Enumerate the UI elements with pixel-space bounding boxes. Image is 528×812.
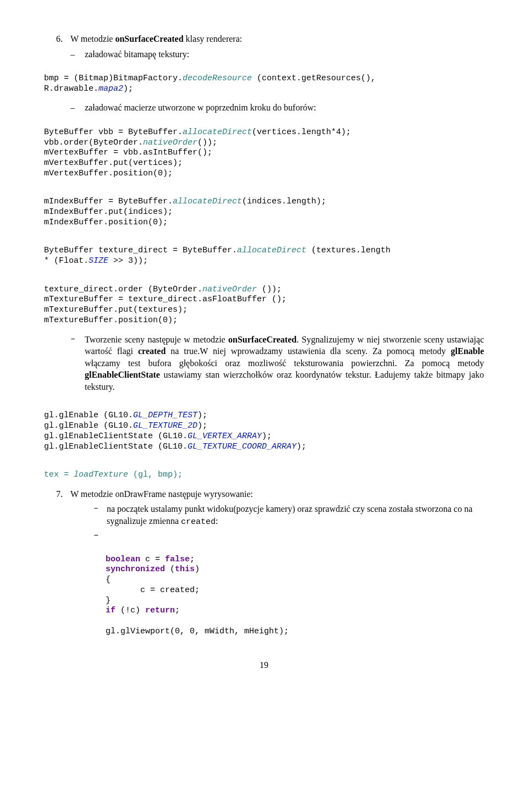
bullet-load-bitmap: – załadować bitamapę tekstury:: [70, 48, 484, 60]
bullet-text: załadować bitamapę tekstury:: [85, 48, 484, 60]
var-name: created: [181, 517, 216, 527]
code: vbb.order(ByteOrder.: [44, 138, 143, 147]
code: );: [296, 442, 306, 451]
code: ;: [175, 606, 180, 615]
code: (gl, bmp);: [128, 470, 183, 479]
code: tex =: [44, 470, 74, 479]
text: na true.W niej wprowadzamy ustawienia dl…: [166, 346, 450, 356]
code: mIndexBuffer.position(0);: [44, 218, 168, 227]
bullet-text: załadować macierze utworzone w poprzedni…: [85, 102, 484, 114]
text: włączamy test bufora głębokości oraz moz…: [85, 358, 484, 368]
code: (context.getResources(),: [252, 74, 381, 83]
list-text-7: W metodzie onDrawFrame następuje wyrysow…: [70, 488, 484, 500]
text: klasy renderera:: [184, 34, 243, 43]
code: (indices.length);: [242, 197, 326, 206]
code: );: [123, 84, 133, 93]
code: >> 3));: [108, 256, 148, 266]
code: gl.glEnable (GL10.: [44, 411, 133, 420]
kw: synchronized: [106, 565, 165, 574]
code: (!c): [116, 606, 145, 615]
code: gl.glViewport(0, 0, mWidth, mHeight);: [106, 627, 289, 636]
text: :: [216, 516, 218, 526]
code: {: [106, 575, 111, 584]
code-block-5: texture_direct.order (ByteOrder.nativeOr…: [44, 274, 484, 326]
dash-icon: –: [94, 503, 107, 528]
code-const: SIZE: [89, 256, 108, 266]
flag-name: created: [138, 346, 166, 356]
code: bmp = (Bitmap)BitmapFactory.: [44, 74, 183, 83]
code: mTextureBuffer.position(0);: [44, 316, 178, 325]
kw: return: [145, 606, 175, 615]
code: R.drawable.: [44, 84, 98, 93]
code: (vertices.length*4);: [252, 128, 351, 137]
code: gl.glEnableClientState (GL10.: [44, 432, 188, 441]
method-name: glEnable: [451, 346, 484, 356]
code: ;: [190, 555, 195, 564]
code-block-3: mIndexBuffer = ByteBuffer.allocateDirect…: [44, 187, 484, 228]
code-block-7: tex = loadTexture (gl, bmp);: [44, 460, 484, 480]
list-item-6: 6. W metodzie onSurfaceCreated klasy ren…: [56, 33, 484, 45]
code-const: GL_TEXTURE_2D: [133, 421, 197, 430]
code: );: [197, 411, 207, 420]
code-block-4: ByteBuffer texture_direct = ByteBuffer.a…: [44, 236, 484, 267]
code: );: [262, 432, 272, 441]
text: na początek ustalamy punkt widoku(pozycj…: [107, 504, 472, 526]
text: W metodzie: [70, 34, 115, 43]
code-method: allocateDirect: [173, 197, 242, 206]
code: mVertexBuffer.put(vertices);: [44, 158, 183, 168]
list-item-7: 7. W metodzie onDrawFrame następuje wyry…: [56, 488, 484, 500]
code: ): [195, 565, 200, 574]
code-method: nativeOrder: [143, 138, 197, 147]
code: (: [165, 565, 175, 574]
code: mIndexBuffer.put(indices);: [44, 207, 173, 217]
code-const: GL_TEXTURE_COORD_ARRAY: [188, 442, 296, 451]
method-name: onSurfaceCreated: [228, 335, 296, 344]
method-name: glEnableClientState: [85, 370, 160, 379]
kw: boolean: [106, 555, 140, 564]
paragraph: Tworzenie sceny następuje w metodzie onS…: [85, 334, 484, 393]
code-field: mapa2: [98, 84, 123, 93]
list-num-6: 6.: [56, 33, 70, 45]
code-method: allocateDirect: [183, 128, 252, 137]
code: mIndexBuffer = ByteBuffer.: [44, 197, 173, 206]
code-method: loadTexture: [74, 470, 128, 479]
code: c =: [140, 555, 165, 564]
method-name: onSurfaceCreated: [115, 34, 183, 43]
code: ByteBuffer vbb = ByteBuffer.: [44, 128, 183, 137]
code-method: nativeOrder: [202, 285, 257, 294]
code: c = created;: [106, 585, 200, 595]
dash-icon: –: [70, 48, 85, 60]
code: gl.glEnable (GL10.: [44, 421, 133, 430]
dash-icon: –: [70, 334, 85, 393]
code: * (Float.: [44, 256, 89, 266]
kw: if: [106, 606, 116, 615]
kw: this: [175, 565, 195, 574]
code-block-8: boolean c = false; synchronized (this) {…: [106, 544, 484, 637]
code: ());: [257, 285, 282, 294]
dash-icon: –: [94, 530, 107, 542]
list-num-7: 7.: [56, 488, 70, 500]
bullet-load-buffers: – załadować macierze utworzone w poprzed…: [70, 102, 484, 114]
code-block-2: ByteBuffer vbb = ByteBuffer.allocateDire…: [44, 117, 484, 179]
code-method: allocateDirect: [237, 246, 306, 255]
code-const: GL_VERTEX_ARRAY: [188, 432, 262, 441]
bullet-empty: –: [94, 530, 484, 542]
text: Tworzenie sceny następuje w metodzie: [85, 335, 228, 344]
dash-icon: –: [70, 102, 85, 114]
code: ByteBuffer texture_direct = ByteBuffer.: [44, 246, 237, 255]
code-const: GL_DEPTH_TEST: [133, 411, 197, 420]
bullet-scene-create: – Tworzenie sceny następuje w metodzie o…: [70, 334, 484, 393]
page-number: 19: [44, 659, 484, 671]
code: (textures.length: [306, 246, 395, 255]
code-block-1: bmp = (Bitmap)BitmapFactory.decodeResour…: [44, 63, 484, 94]
code: mTextureBuffer = texture_direct.asFloatB…: [44, 295, 287, 304]
code: );: [197, 421, 207, 430]
code: mTextureBuffer.put(textures);: [44, 305, 188, 314]
code: gl.glEnableClientState (GL10.: [44, 442, 188, 451]
code: texture_direct.order (ByteOrder.: [44, 285, 202, 294]
bullet-viewpoint: – na początek ustalamy punkt widoku(pozy…: [94, 503, 484, 528]
code: mVertexBuffer.position(0);: [44, 169, 173, 178]
list-text-6: W metodzie onSurfaceCreated klasy render…: [70, 33, 484, 45]
kw: false: [165, 555, 190, 564]
code-method: decodeResource: [183, 74, 252, 83]
